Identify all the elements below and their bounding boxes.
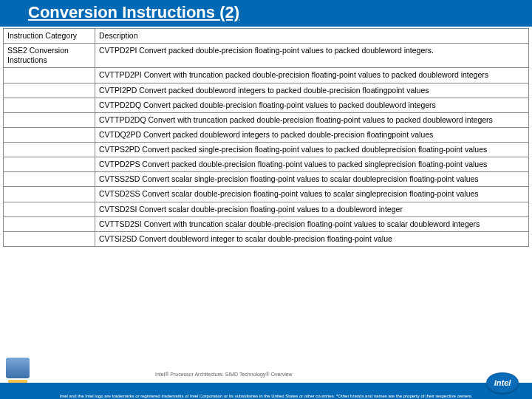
table-row: CVTSD2SS Convert scalar double-precision… — [4, 187, 529, 202]
cell-desc: CVTTPD2DQ Convert with truncation packed… — [95, 112, 529, 127]
cell-desc: CVTDQ2PD Convert packed doubleword integ… — [95, 127, 529, 142]
table-row: CVTDQ2PD Convert packed doubleword integ… — [4, 127, 529, 142]
table-header-row: Instruction Category Description — [4, 29, 529, 44]
slide-title: Conversion Instructions (2) — [0, 0, 532, 27]
header-description: Description — [95, 29, 529, 44]
cell-desc: CVTPD2DQ Convert packed double-precision… — [95, 98, 529, 112]
cell-desc: CVTPI2PD Convert packed doubleword integ… — [95, 83, 529, 98]
table-row: CVTSD2SI Convert scalar double-precision… — [4, 202, 529, 216]
cell-desc: CVTTPD2PI Convert with truncation packed… — [95, 68, 529, 83]
intel-logo-icon: intel — [486, 372, 519, 393]
table-row: CVTSS2SD Convert scalar single-precision… — [4, 172, 529, 187]
footer-note: Intel® Processor Architecture: SIMD Tech… — [155, 372, 293, 377]
header-category: Instruction Category — [4, 29, 95, 44]
table-row: CVTTPD2PI Convert with truncation packed… — [4, 68, 529, 83]
table-row: SSE2 Conversion InstructionsCVTPD2PI Con… — [4, 44, 529, 68]
table-row: CVTSI2SD Convert doubleword integer to s… — [4, 231, 529, 246]
cell-desc: CVTSS2SD Convert scalar single-precision… — [95, 172, 529, 187]
cell-desc: CVTSD2SS Convert scalar double-precision… — [95, 187, 529, 202]
intel-logo: intel — [486, 372, 519, 393]
cell-desc: CVTTSD2SI Convert with truncation scalar… — [95, 216, 529, 231]
instruction-table: Instruction Category Description SSE2 Co… — [3, 28, 529, 247]
table-row: CVTPD2PS Convert packed double-precision… — [4, 157, 529, 172]
intel-software-badge — [6, 358, 30, 378]
cell-desc: CVTPS2PD Convert packed single-precision… — [95, 143, 529, 157]
table-row: CVTPD2DQ Convert packed double-precision… — [4, 98, 529, 112]
table-row: CVTPS2PD Convert packed single-precision… — [4, 143, 529, 157]
table-row: CVTPI2PD Convert packed doubleword integ… — [4, 83, 529, 98]
table-row: CVTTSD2SI Convert with truncation scalar… — [4, 216, 529, 231]
table-row: CVTTPD2DQ Convert with truncation packed… — [4, 112, 529, 127]
cell-desc: CVTPD2PS Convert packed double-precision… — [95, 157, 529, 172]
cell-desc: CVTPD2PI Convert packed double-precision… — [95, 44, 529, 68]
cell-desc: CVTSD2SI Convert scalar double-precision… — [95, 202, 529, 216]
cell-desc: CVTSI2SD Convert doubleword integer to s… — [95, 231, 529, 246]
cell-category: SSE2 Conversion Instructions — [4, 44, 95, 68]
legal-text: Intel and the Intel logo are trademarks … — [0, 394, 532, 398]
